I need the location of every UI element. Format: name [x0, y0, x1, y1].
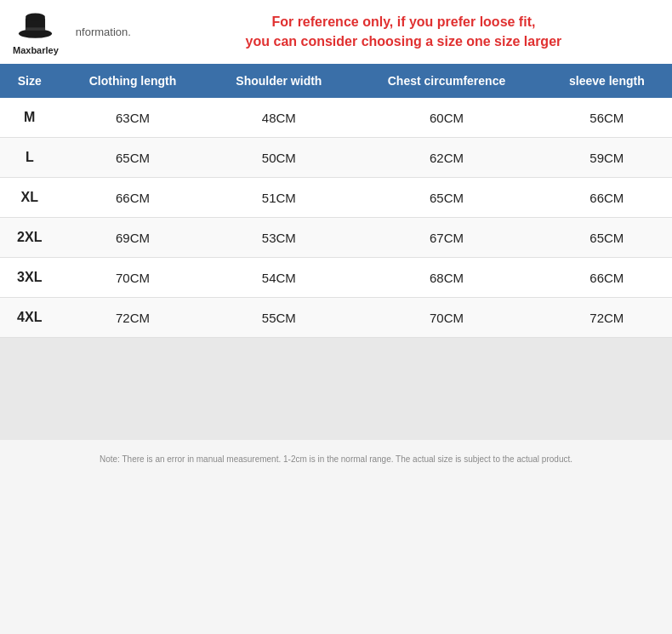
- cell-size: XL: [0, 178, 60, 218]
- note-section: Note: There is an error in manual measur…: [0, 440, 672, 478]
- col-header-shoulder-width: Shoulder width: [206, 64, 351, 98]
- cell-size: 2XL: [0, 218, 60, 258]
- cell-sleeve: 66CM: [542, 178, 672, 218]
- cell-chest: 68CM: [351, 258, 541, 298]
- cell-chest: 67CM: [351, 218, 541, 258]
- size-table-container: Size Clothing length Shoulder width Ches…: [0, 64, 672, 338]
- reference-line1: For reference only, if you prefer loose …: [148, 13, 659, 31]
- col-header-size: Size: [0, 64, 60, 98]
- cell-clothing-length: 70CM: [60, 258, 207, 298]
- cell-chest: 60CM: [351, 98, 541, 138]
- cell-shoulder-width: 54CM: [206, 258, 351, 298]
- cell-sleeve: 72CM: [542, 298, 672, 338]
- cell-shoulder-width: 50CM: [206, 138, 351, 178]
- cell-sleeve: 56CM: [542, 98, 672, 138]
- table-row: M 63CM 48CM 60CM 56CM: [0, 98, 672, 138]
- brand-logo-icon: [16, 9, 54, 43]
- logo-area: Maxbarley: [13, 9, 59, 55]
- cell-sleeve: 66CM: [542, 258, 672, 298]
- cell-clothing-length: 63CM: [60, 98, 207, 138]
- table-header-row: Size Clothing length Shoulder width Ches…: [0, 64, 672, 98]
- cell-size: M: [0, 98, 60, 138]
- cell-shoulder-width: 55CM: [206, 298, 351, 338]
- cell-sleeve: 65CM: [542, 218, 672, 258]
- table-row: L 65CM 50CM 62CM 59CM: [0, 138, 672, 178]
- cell-clothing-length: 65CM: [60, 138, 207, 178]
- reference-line2: you can consider choosing a size one siz…: [148, 32, 659, 51]
- cell-size: L: [0, 138, 60, 178]
- cell-chest: 65CM: [351, 178, 541, 218]
- cell-sleeve: 59CM: [542, 138, 672, 178]
- col-header-clothing-length: Clothing length: [60, 64, 207, 98]
- top-bar: Maxbarley nformation. For reference only…: [0, 0, 672, 64]
- cell-size: 3XL: [0, 258, 60, 298]
- col-header-chest: Chest circumference: [351, 64, 541, 98]
- cell-clothing-length: 69CM: [60, 218, 207, 258]
- cell-chest: 70CM: [351, 298, 541, 338]
- cell-shoulder-width: 48CM: [206, 98, 351, 138]
- top-info-text: nformation.: [76, 26, 131, 38]
- cell-chest: 62CM: [351, 138, 541, 178]
- svg-rect-3: [26, 27, 45, 31]
- table-row: 3XL 70CM 54CM 68CM 66CM: [0, 258, 672, 298]
- cell-size: 4XL: [0, 298, 60, 338]
- brand-name: Maxbarley: [13, 45, 59, 55]
- cell-shoulder-width: 51CM: [206, 178, 351, 218]
- table-row: XL 66CM 51CM 65CM 66CM: [0, 178, 672, 218]
- svg-point-2: [26, 13, 45, 20]
- bottom-section: [0, 338, 672, 440]
- note-text: Note: There is an error in manual measur…: [100, 453, 572, 466]
- cell-clothing-length: 66CM: [60, 178, 207, 218]
- cell-clothing-length: 72CM: [60, 298, 207, 338]
- size-table: Size Clothing length Shoulder width Ches…: [0, 64, 672, 338]
- col-header-sleeve: sleeve length: [542, 64, 672, 98]
- table-row: 4XL 72CM 55CM 70CM 72CM: [0, 298, 672, 338]
- cell-shoulder-width: 53CM: [206, 218, 351, 258]
- page-wrapper: Maxbarley nformation. For reference only…: [0, 0, 672, 634]
- table-row: 2XL 69CM 53CM 67CM 65CM: [0, 218, 672, 258]
- reference-text: For reference only, if you prefer loose …: [148, 13, 659, 51]
